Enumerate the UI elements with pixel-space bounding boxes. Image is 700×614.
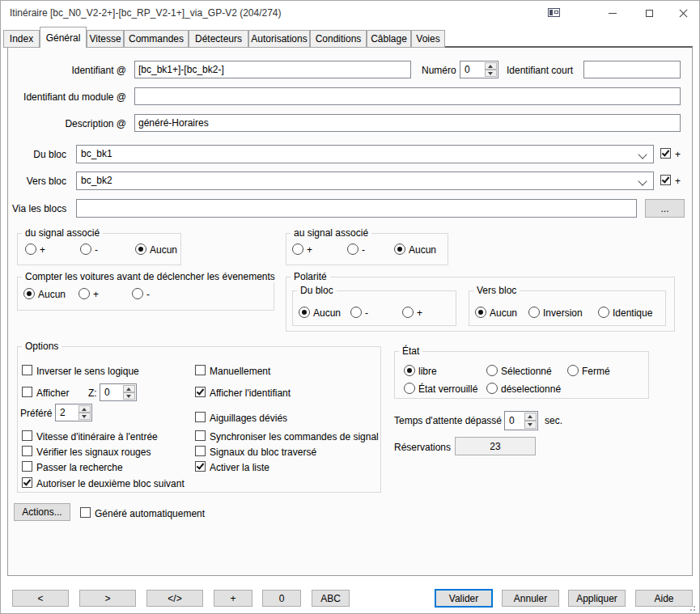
vers-bloc-combobox[interactable]: bc_bk2: [76, 171, 654, 190]
checkbox-manuellement[interactable]: [195, 365, 206, 375]
checkbox-label: Afficher: [36, 387, 69, 399]
numero-value: 0: [465, 64, 470, 75]
tab-voies[interactable]: Voies: [411, 30, 445, 48]
radio-etat-selectionne[interactable]: [486, 365, 498, 376]
identifiant-court-input[interactable]: [583, 61, 681, 78]
checkbox-label: Activer la liste: [210, 462, 269, 473]
spin-down-icon[interactable]: [78, 413, 91, 420]
radio-polarite-vers-aucun[interactable]: [475, 307, 486, 318]
checkbox-passer-recherche[interactable]: [22, 461, 32, 472]
resize-grip[interactable]: [690, 609, 692, 611]
du-bloc-plus-checkbox[interactable]: [660, 148, 671, 159]
radio-du-signal-plus[interactable]: [25, 243, 36, 255]
radio-label: -: [95, 244, 98, 256]
radio-compter-moins[interactable]: [132, 288, 143, 299]
tab-conditions[interactable]: Conditions: [310, 30, 367, 48]
checkbox-genere-automatiquement[interactable]: [80, 507, 91, 518]
radio-du-signal-moins[interactable]: [80, 243, 91, 255]
z-spinner[interactable]: 0: [100, 383, 137, 401]
group-etat-title: État: [399, 345, 422, 357]
description-input[interactable]: généré-Horaires: [134, 114, 681, 132]
group-polarite-vers-bloc-title: Vers bloc: [473, 285, 520, 296]
checkbox-synchroniser-commandes[interactable]: [195, 430, 206, 441]
radio-polarite-vers-identique[interactable]: [598, 307, 609, 318]
valider-button[interactable]: Valider: [435, 589, 493, 608]
radio-label: +: [93, 289, 99, 300]
radio-polarite-du-aucun[interactable]: [299, 307, 310, 318]
resize-grip[interactable]: [694, 609, 695, 611]
actions-button[interactable]: Actions...: [14, 503, 70, 521]
via-blocs-browse-button[interactable]: ...: [645, 199, 685, 218]
radio-label: -: [146, 289, 150, 300]
spin-down-icon[interactable]: [123, 392, 135, 400]
radio-etat-ferme[interactable]: [567, 365, 579, 376]
tab-vitesse[interactable]: Vitesse: [87, 30, 124, 48]
checkbox-verifier-signaux[interactable]: [22, 446, 32, 456]
window-layout-icon: [548, 8, 560, 17]
du-bloc-combobox[interactable]: bc_bk1: [76, 145, 654, 163]
checkbox-autoriser-deuxieme[interactable]: [22, 477, 32, 488]
checkbox-afficher-identifiant[interactable]: [195, 387, 206, 397]
spin-up-icon[interactable]: [485, 62, 497, 70]
tab-index[interactable]: Index: [3, 30, 40, 48]
group-au-signal-title: au signal associé: [291, 227, 371, 239]
radio-polarite-vers-inversion[interactable]: [528, 307, 540, 318]
appliquer-button[interactable]: Appliquer: [568, 590, 626, 607]
radio-etat-verrouille[interactable]: [404, 383, 415, 394]
radio-etat-libre[interactable]: [404, 365, 415, 376]
via-blocs-input[interactable]: [76, 199, 637, 218]
resize-grip[interactable]: [694, 606, 695, 608]
vers-bloc-plus-checkbox[interactable]: [660, 175, 671, 185]
radio-compter-aucun[interactable]: [23, 288, 35, 299]
nav-prev-button[interactable]: <: [12, 590, 69, 607]
checkbox-inverser-sens[interactable]: [22, 365, 32, 375]
numero-spinner[interactable]: 0: [460, 61, 498, 78]
tab-general[interactable]: Général: [40, 27, 87, 48]
maximize-button[interactable]: [634, 1, 664, 25]
checkbox-vitesse-itineraire[interactable]: [22, 430, 32, 441]
tab-detecteurs[interactable]: Détecteurs: [189, 30, 248, 48]
nav-zero-button[interactable]: 0: [262, 590, 301, 607]
nav-next-button[interactable]: >: [79, 590, 136, 607]
radio-label: libre: [418, 366, 437, 377]
close-button[interactable]: [668, 1, 698, 25]
checkbox-aiguillages-devies[interactable]: [195, 412, 206, 422]
checkbox-activer-liste[interactable]: [195, 461, 206, 472]
spin-down-icon[interactable]: [485, 70, 497, 77]
vers-bloc-plus-label: +: [675, 176, 681, 187]
annuler-button[interactable]: Annuler: [502, 590, 559, 607]
radio-au-signal-plus[interactable]: [292, 243, 303, 255]
spin-up-icon[interactable]: [524, 413, 537, 421]
radio-label: +: [40, 244, 45, 256]
radio-polarite-du-plus[interactable]: [402, 307, 414, 318]
nav-abc-button[interactable]: ABC: [312, 590, 350, 607]
radio-label: +: [417, 307, 422, 319]
chevron-down-icon: [638, 176, 647, 185]
nav-plus-button[interactable]: +: [214, 590, 252, 607]
nav-code-button[interactable]: </>: [146, 590, 203, 607]
radio-du-signal-aucun[interactable]: [135, 243, 146, 255]
spin-up-icon[interactable]: [123, 385, 135, 392]
aide-button[interactable]: Aide: [635, 590, 693, 607]
checkbox-afficher[interactable]: [22, 387, 32, 397]
group-compter-title: Compter les voitures avant de déclencher…: [22, 271, 278, 282]
spin-down-icon[interactable]: [524, 421, 537, 429]
identifiant-input[interactable]: [bc_bk1+]-[bc_bk2-]: [134, 61, 411, 78]
checkbox-label: Manuellement: [210, 366, 270, 377]
radio-label: Aucun: [38, 289, 66, 300]
radio-au-signal-moins[interactable]: [347, 243, 358, 255]
checkbox-signaux-traverse[interactable]: [195, 446, 206, 456]
tab-commandes[interactable]: Commandes: [124, 30, 189, 48]
spin-up-icon[interactable]: [78, 405, 91, 413]
temps-attente-spinner[interactable]: 0: [504, 411, 538, 430]
radio-compter-plus[interactable]: [78, 288, 90, 299]
module-input[interactable]: [134, 87, 681, 105]
reservations-label: Réservations: [394, 442, 451, 453]
minimize-button[interactable]: [597, 1, 628, 25]
tab-cablage[interactable]: Câblage: [367, 30, 411, 48]
radio-polarite-du-moins[interactable]: [350, 307, 362, 318]
radio-au-signal-aucun[interactable]: [394, 243, 405, 255]
prefere-spinner[interactable]: 2: [55, 404, 92, 421]
tab-autorisations[interactable]: Autorisations: [248, 30, 310, 48]
radio-etat-deselectionne[interactable]: [486, 383, 498, 394]
